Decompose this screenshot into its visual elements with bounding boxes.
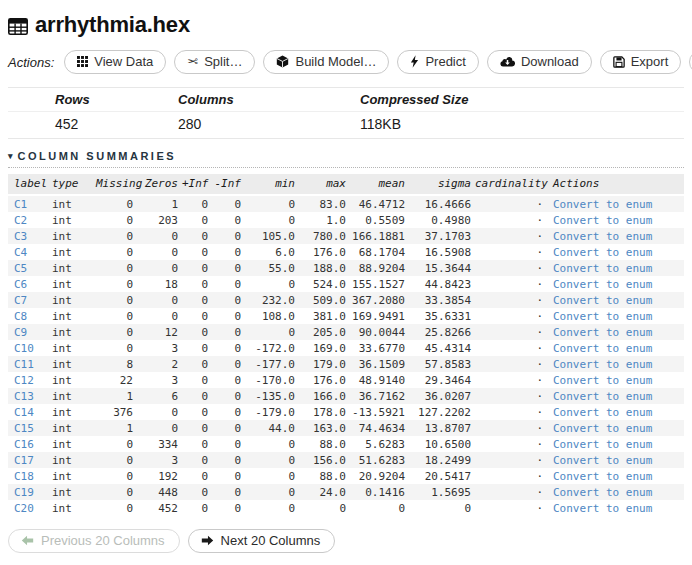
pos-inf-count: 0	[182, 276, 212, 292]
column-type: int	[52, 404, 96, 420]
convert-to-enum-link[interactable]: Convert to enum	[553, 294, 652, 307]
convert-to-enum-link[interactable]: Convert to enum	[553, 262, 652, 275]
column-label-link[interactable]: C3	[14, 230, 27, 243]
max-value: 381.0	[299, 308, 350, 324]
missing-count: 22	[96, 372, 137, 388]
pos-inf-count: 0	[182, 372, 212, 388]
convert-to-enum-link[interactable]: Convert to enum	[553, 438, 652, 451]
max-value: 176.0	[299, 372, 350, 388]
download-button[interactable]: Download	[487, 50, 592, 74]
column-type: int	[52, 356, 96, 372]
column-label-link[interactable]: C15	[14, 422, 34, 435]
convert-to-enum-link[interactable]: Convert to enum	[553, 214, 652, 227]
sigma-value: 20.5417	[409, 468, 475, 484]
column-label-link[interactable]: C1	[14, 198, 27, 211]
column-label-link[interactable]: C19	[14, 486, 34, 499]
cloud-download-icon	[500, 56, 515, 67]
neg-inf-count: 0	[212, 500, 245, 516]
convert-to-enum-link[interactable]: Convert to enum	[553, 470, 652, 483]
column-label-link[interactable]: C2	[14, 214, 27, 227]
sigma-value: 44.8423	[409, 276, 475, 292]
max-value: 176.0	[299, 244, 350, 260]
column-type: int	[52, 388, 96, 404]
convert-to-enum-link[interactable]: Convert to enum	[553, 310, 652, 323]
convert-to-enum-link[interactable]: Convert to enum	[553, 230, 652, 243]
column-label-link[interactable]: C12	[14, 374, 34, 387]
zeros-count: 0	[137, 244, 182, 260]
mean-value: 36.7162	[350, 388, 409, 404]
convert-to-enum-link[interactable]: Convert to enum	[553, 422, 652, 435]
cardinality-value: ·	[475, 420, 547, 436]
column-type: int	[52, 292, 96, 308]
column-label-link[interactable]: C13	[14, 390, 34, 403]
column-type: int	[52, 212, 96, 228]
build-model-button[interactable]: Build Model…	[263, 50, 389, 74]
column-label-link[interactable]: C11	[14, 358, 34, 371]
zeros-count: 6	[137, 388, 182, 404]
cardinality-value: ·	[475, 388, 547, 404]
convert-to-enum-link[interactable]: Convert to enum	[553, 390, 652, 403]
column-label-link[interactable]: C17	[14, 454, 34, 467]
column-type: int	[52, 452, 96, 468]
actions-toolbar: Actions: View Data ✂ Split… Build Model…	[8, 50, 684, 74]
pos-inf-count: 0	[182, 292, 212, 308]
column-label-link[interactable]: C5	[14, 262, 27, 275]
col-header-cardinality: cardinality	[475, 174, 547, 195]
zeros-count: 0	[137, 260, 182, 276]
sigma-value: 15.3644	[409, 260, 475, 276]
max-value: 780.0	[299, 228, 350, 244]
cardinality-value: ·	[475, 340, 547, 356]
convert-to-enum-link[interactable]: Convert to enum	[553, 326, 652, 339]
max-value: 166.0	[299, 388, 350, 404]
convert-to-enum-link[interactable]: Convert to enum	[553, 374, 652, 387]
view-data-button[interactable]: View Data	[64, 50, 166, 74]
convert-to-enum-link[interactable]: Convert to enum	[553, 246, 652, 259]
convert-to-enum-link[interactable]: Convert to enum	[553, 502, 652, 515]
convert-to-enum-link[interactable]: Convert to enum	[553, 358, 652, 371]
cardinality-value: ·	[475, 324, 547, 340]
column-label-link[interactable]: C7	[14, 294, 27, 307]
column-label-link[interactable]: C8	[14, 310, 27, 323]
mean-value: 0.1416	[350, 484, 409, 500]
convert-to-enum-link[interactable]: Convert to enum	[553, 278, 652, 291]
export-button[interactable]: Export	[600, 50, 682, 74]
cardinality-value: ·	[475, 292, 547, 308]
missing-count: 0	[96, 436, 137, 452]
neg-inf-count: 0	[212, 195, 245, 212]
convert-to-enum-link[interactable]: Convert to enum	[553, 198, 652, 211]
table-row: C1 int 0 1 0 0 0 83.0 46.4712 16.4666 · …	[8, 195, 684, 212]
zeros-count: 0	[137, 292, 182, 308]
convert-to-enum-link[interactable]: Convert to enum	[553, 342, 652, 355]
table-row: C11 int 8 2 0 0 -177.0 179.0 36.1509 57.…	[8, 356, 684, 372]
build-model-label: Build Model…	[295, 54, 376, 69]
missing-count: 0	[96, 276, 137, 292]
column-label-link[interactable]: C14	[14, 406, 34, 419]
column-label-link[interactable]: C20	[14, 502, 34, 515]
previous-columns-button[interactable]: Previous 20 Columns	[8, 529, 180, 553]
next-columns-button[interactable]: Next 20 Columns	[188, 529, 336, 553]
page-header: arrhythmia.hex	[8, 12, 684, 38]
convert-to-enum-link[interactable]: Convert to enum	[553, 406, 652, 419]
predict-label: Predict	[425, 54, 465, 69]
mean-value: 166.1881	[350, 228, 409, 244]
arrow-right-icon	[201, 535, 214, 546]
convert-to-enum-link[interactable]: Convert to enum	[553, 454, 652, 467]
column-label-link[interactable]: C16	[14, 438, 34, 451]
convert-to-enum-link[interactable]: Convert to enum	[553, 486, 652, 499]
column-summaries-section-toggle[interactable]: ▾ COLUMN SUMMARIES	[8, 150, 684, 168]
neg-inf-count: 0	[212, 340, 245, 356]
mean-value: 48.9140	[350, 372, 409, 388]
column-label-link[interactable]: C18	[14, 470, 34, 483]
split-button[interactable]: ✂ Split…	[174, 50, 255, 74]
column-label-link[interactable]: C9	[14, 326, 27, 339]
neg-inf-count: 0	[212, 308, 245, 324]
max-value: 178.0	[299, 404, 350, 420]
column-label-link[interactable]: C4	[14, 246, 27, 259]
predict-button[interactable]: Predict	[397, 50, 478, 74]
cardinality-value: ·	[475, 436, 547, 452]
missing-count: 0	[96, 484, 137, 500]
column-label-link[interactable]: C6	[14, 278, 27, 291]
sigma-value: 25.8266	[409, 324, 475, 340]
column-label-link[interactable]: C10	[14, 342, 34, 355]
mean-value: 90.0044	[350, 324, 409, 340]
